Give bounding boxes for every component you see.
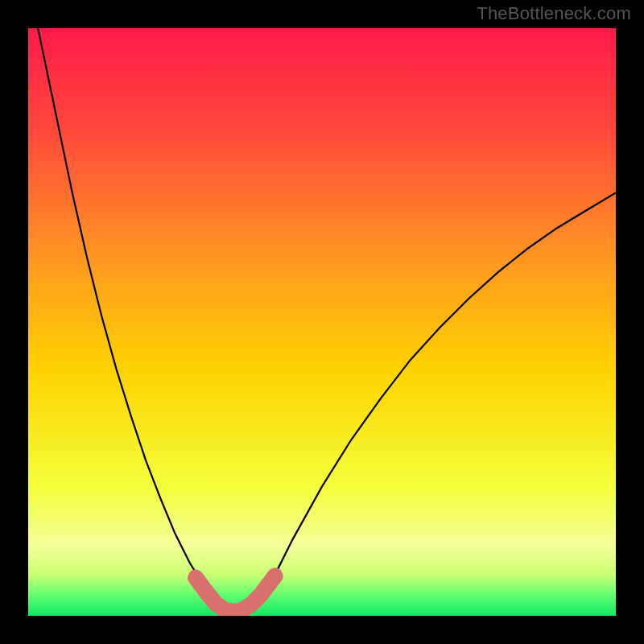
marker-dot [190, 572, 201, 584]
watermark-text: TheBottleneck.com [477, 3, 631, 24]
gradient-background [28, 28, 616, 616]
chart-container: { "watermark": "TheBottleneck.com", "col… [0, 0, 644, 644]
bottleneck-chart [28, 28, 616, 616]
marker-dot [270, 570, 281, 581]
